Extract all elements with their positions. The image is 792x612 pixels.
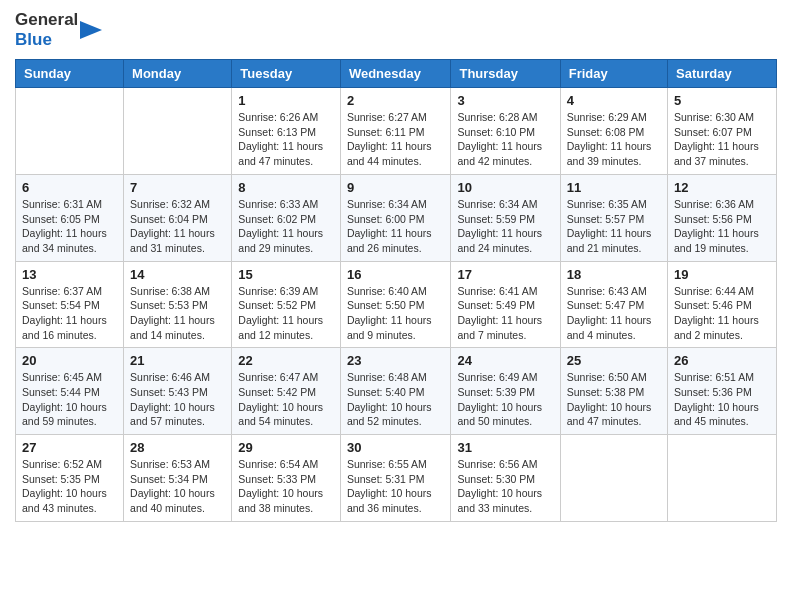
day-info: Sunrise: 6:33 AMSunset: 6:02 PMDaylight:… [238,197,334,256]
calendar-header-saturday: Saturday [668,60,777,88]
calendar-cell [668,435,777,522]
header: General Blue [15,10,777,49]
day-info: Sunrise: 6:40 AMSunset: 5:50 PMDaylight:… [347,284,445,343]
day-info: Sunrise: 6:48 AMSunset: 5:40 PMDaylight:… [347,370,445,429]
day-number: 7 [130,180,225,195]
calendar-cell: 28Sunrise: 6:53 AMSunset: 5:34 PMDayligh… [124,435,232,522]
day-info: Sunrise: 6:55 AMSunset: 5:31 PMDaylight:… [347,457,445,516]
calendar-cell: 30Sunrise: 6:55 AMSunset: 5:31 PMDayligh… [340,435,451,522]
calendar-header-wednesday: Wednesday [340,60,451,88]
day-number: 10 [457,180,553,195]
day-number: 25 [567,353,661,368]
day-number: 29 [238,440,334,455]
day-info: Sunrise: 6:44 AMSunset: 5:46 PMDaylight:… [674,284,770,343]
day-number: 6 [22,180,117,195]
calendar-cell: 13Sunrise: 6:37 AMSunset: 5:54 PMDayligh… [16,261,124,348]
day-number: 22 [238,353,334,368]
calendar-cell [16,88,124,175]
day-info: Sunrise: 6:46 AMSunset: 5:43 PMDaylight:… [130,370,225,429]
day-info: Sunrise: 6:26 AMSunset: 6:13 PMDaylight:… [238,110,334,169]
calendar-header-sunday: Sunday [16,60,124,88]
day-info: Sunrise: 6:31 AMSunset: 6:05 PMDaylight:… [22,197,117,256]
day-number: 15 [238,267,334,282]
calendar-header-tuesday: Tuesday [232,60,341,88]
day-number: 13 [22,267,117,282]
day-info: Sunrise: 6:51 AMSunset: 5:36 PMDaylight:… [674,370,770,429]
calendar-week-row: 6Sunrise: 6:31 AMSunset: 6:05 PMDaylight… [16,174,777,261]
day-number: 31 [457,440,553,455]
day-number: 20 [22,353,117,368]
day-number: 9 [347,180,445,195]
calendar-header-monday: Monday [124,60,232,88]
day-info: Sunrise: 6:38 AMSunset: 5:53 PMDaylight:… [130,284,225,343]
calendar-cell: 24Sunrise: 6:49 AMSunset: 5:39 PMDayligh… [451,348,560,435]
day-info: Sunrise: 6:41 AMSunset: 5:49 PMDaylight:… [457,284,553,343]
day-info: Sunrise: 6:35 AMSunset: 5:57 PMDaylight:… [567,197,661,256]
svg-marker-0 [80,21,102,39]
calendar-header-thursday: Thursday [451,60,560,88]
day-info: Sunrise: 6:34 AMSunset: 5:59 PMDaylight:… [457,197,553,256]
day-info: Sunrise: 6:32 AMSunset: 6:04 PMDaylight:… [130,197,225,256]
calendar-cell: 20Sunrise: 6:45 AMSunset: 5:44 PMDayligh… [16,348,124,435]
day-number: 11 [567,180,661,195]
logo-arrow-icon [80,11,102,49]
logo: General Blue [15,10,102,49]
calendar-cell: 11Sunrise: 6:35 AMSunset: 5:57 PMDayligh… [560,174,667,261]
day-number: 14 [130,267,225,282]
day-info: Sunrise: 6:34 AMSunset: 6:00 PMDaylight:… [347,197,445,256]
day-info: Sunrise: 6:53 AMSunset: 5:34 PMDaylight:… [130,457,225,516]
day-number: 18 [567,267,661,282]
calendar-cell: 14Sunrise: 6:38 AMSunset: 5:53 PMDayligh… [124,261,232,348]
calendar-cell: 15Sunrise: 6:39 AMSunset: 5:52 PMDayligh… [232,261,341,348]
calendar-cell: 6Sunrise: 6:31 AMSunset: 6:05 PMDaylight… [16,174,124,261]
calendar-cell: 22Sunrise: 6:47 AMSunset: 5:42 PMDayligh… [232,348,341,435]
calendar-week-row: 20Sunrise: 6:45 AMSunset: 5:44 PMDayligh… [16,348,777,435]
calendar-cell: 17Sunrise: 6:41 AMSunset: 5:49 PMDayligh… [451,261,560,348]
day-info: Sunrise: 6:37 AMSunset: 5:54 PMDaylight:… [22,284,117,343]
page: General Blue SundayMondayTuesdayWednesda… [0,0,792,612]
day-info: Sunrise: 6:45 AMSunset: 5:44 PMDaylight:… [22,370,117,429]
day-number: 21 [130,353,225,368]
day-number: 4 [567,93,661,108]
calendar-week-row: 13Sunrise: 6:37 AMSunset: 5:54 PMDayligh… [16,261,777,348]
calendar-cell: 25Sunrise: 6:50 AMSunset: 5:38 PMDayligh… [560,348,667,435]
logo-blue: Blue [15,30,78,50]
day-number: 28 [130,440,225,455]
calendar-cell: 27Sunrise: 6:52 AMSunset: 5:35 PMDayligh… [16,435,124,522]
calendar-header-friday: Friday [560,60,667,88]
day-info: Sunrise: 6:36 AMSunset: 5:56 PMDaylight:… [674,197,770,256]
calendar-table: SundayMondayTuesdayWednesdayThursdayFrid… [15,59,777,522]
day-number: 27 [22,440,117,455]
day-info: Sunrise: 6:49 AMSunset: 5:39 PMDaylight:… [457,370,553,429]
calendar-cell: 18Sunrise: 6:43 AMSunset: 5:47 PMDayligh… [560,261,667,348]
day-info: Sunrise: 6:27 AMSunset: 6:11 PMDaylight:… [347,110,445,169]
calendar-cell: 5Sunrise: 6:30 AMSunset: 6:07 PMDaylight… [668,88,777,175]
calendar-cell: 23Sunrise: 6:48 AMSunset: 5:40 PMDayligh… [340,348,451,435]
day-info: Sunrise: 6:29 AMSunset: 6:08 PMDaylight:… [567,110,661,169]
day-number: 23 [347,353,445,368]
day-info: Sunrise: 6:47 AMSunset: 5:42 PMDaylight:… [238,370,334,429]
day-number: 3 [457,93,553,108]
calendar-cell: 12Sunrise: 6:36 AMSunset: 5:56 PMDayligh… [668,174,777,261]
calendar-cell: 21Sunrise: 6:46 AMSunset: 5:43 PMDayligh… [124,348,232,435]
day-info: Sunrise: 6:39 AMSunset: 5:52 PMDaylight:… [238,284,334,343]
calendar-cell: 7Sunrise: 6:32 AMSunset: 6:04 PMDaylight… [124,174,232,261]
logo-general: General [15,10,78,30]
day-info: Sunrise: 6:54 AMSunset: 5:33 PMDaylight:… [238,457,334,516]
day-number: 19 [674,267,770,282]
calendar-cell: 1Sunrise: 6:26 AMSunset: 6:13 PMDaylight… [232,88,341,175]
day-number: 16 [347,267,445,282]
calendar-cell: 2Sunrise: 6:27 AMSunset: 6:11 PMDaylight… [340,88,451,175]
day-number: 5 [674,93,770,108]
calendar-cell: 26Sunrise: 6:51 AMSunset: 5:36 PMDayligh… [668,348,777,435]
day-number: 1 [238,93,334,108]
day-number: 26 [674,353,770,368]
day-number: 8 [238,180,334,195]
calendar-cell: 9Sunrise: 6:34 AMSunset: 6:00 PMDaylight… [340,174,451,261]
day-info: Sunrise: 6:43 AMSunset: 5:47 PMDaylight:… [567,284,661,343]
calendar-header-row: SundayMondayTuesdayWednesdayThursdayFrid… [16,60,777,88]
day-info: Sunrise: 6:30 AMSunset: 6:07 PMDaylight:… [674,110,770,169]
day-number: 30 [347,440,445,455]
calendar-cell: 4Sunrise: 6:29 AMSunset: 6:08 PMDaylight… [560,88,667,175]
calendar-cell: 3Sunrise: 6:28 AMSunset: 6:10 PMDaylight… [451,88,560,175]
